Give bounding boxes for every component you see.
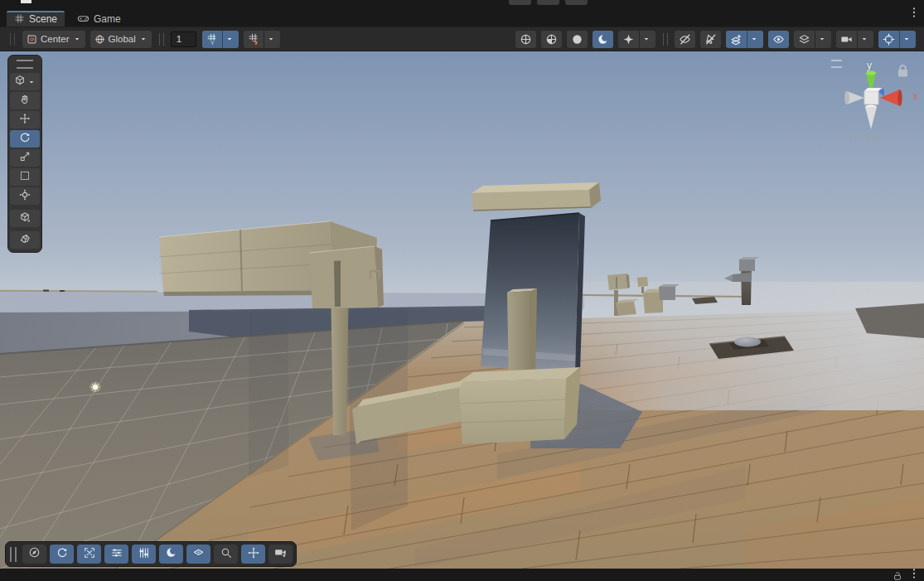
overlay-drag-handle[interactable]	[831, 60, 842, 68]
axis-x-label: x	[913, 90, 918, 102]
dropdown-caret[interactable]	[857, 31, 869, 48]
orientation-global-button[interactable]: Global	[90, 31, 152, 48]
circle-quadrant-icon	[545, 33, 558, 46]
eye-toggle-button[interactable]	[768, 31, 789, 48]
hand-icon	[19, 94, 31, 109]
custom-tool-button[interactable]	[10, 210, 40, 227]
tool-context-button[interactable]	[10, 73, 40, 90]
overlay-buttons	[22, 545, 293, 564]
base-box[interactable]	[458, 367, 581, 444]
view-tool-button[interactable]	[10, 92, 40, 109]
sphere-crosshair-button[interactable]	[515, 31, 536, 48]
scale-tool-button[interactable]	[10, 149, 40, 167]
toolbar-drag-handle[interactable]	[10, 33, 15, 46]
lock-icon[interactable]	[898, 65, 907, 77]
camera-view-button[interactable]	[836, 31, 873, 48]
sphere-solid-button[interactable]	[567, 31, 588, 48]
unlock-toggle[interactable]	[893, 569, 902, 581]
grid-snap-dropdown[interactable]	[222, 31, 235, 48]
crescent-overlay-button[interactable]	[159, 545, 183, 564]
tab-scene[interactable]: Scene	[7, 11, 65, 27]
overlay-drag-handle[interactable]	[17, 60, 33, 69]
grid-snap-button[interactable]: Y	[202, 31, 239, 48]
play-button[interactable]	[509, 0, 531, 5]
increment-snap-dropdown[interactable]	[264, 31, 276, 48]
mesh-tool-button[interactable]	[10, 231, 40, 249]
frame-overlay-button[interactable]	[77, 545, 101, 564]
move-overlay-button[interactable]	[241, 545, 265, 564]
orientation-label: Global	[109, 34, 136, 44]
status-strip	[0, 569, 924, 581]
grid-y-icon: Y	[206, 33, 218, 45]
gamepad-icon	[77, 12, 89, 25]
layers-button[interactable]	[794, 31, 831, 48]
axis-neg-x-cone[interactable]	[844, 91, 864, 104]
tab-scene-label: Scene	[29, 13, 57, 25]
chevron-down-icon	[139, 35, 148, 43]
scene-picking-off-button[interactable]	[700, 31, 721, 48]
grid-sliders-icon	[138, 547, 150, 562]
glass-column[interactable]	[249, 312, 288, 477]
pivot-center-icon	[27, 34, 37, 45]
moon-icon	[597, 33, 609, 46]
axis-neg-y-cone[interactable]	[865, 104, 877, 129]
floating-beam[interactable]	[472, 182, 601, 211]
rotate-icon	[56, 547, 68, 562]
kebab-icon	[908, 568, 920, 581]
gizmo-center-cube[interactable]	[864, 88, 882, 104]
moon-icon	[165, 546, 177, 562]
sky	[0, 51, 924, 318]
light-gizmo[interactable]	[90, 382, 101, 393]
center-post[interactable]	[507, 288, 537, 382]
tab-game[interactable]: Game	[70, 11, 128, 27]
effects-button[interactable]	[618, 31, 656, 48]
axis-y-label: y	[867, 60, 872, 71]
overlay-drag-handle[interactable]	[10, 547, 17, 562]
grid-icon	[14, 13, 25, 24]
particles-button[interactable]	[726, 31, 763, 48]
scale-icon	[19, 151, 31, 166]
unity-scene-window: Scene Game Center Global Y	[0, 0, 924, 581]
svg-text:Y: Y	[210, 40, 214, 45]
dropdown-caret[interactable]	[815, 31, 827, 48]
rect-tool-button[interactable]	[10, 168, 40, 186]
tab-game-label: Game	[94, 13, 121, 25]
status-menu-button[interactable]	[909, 569, 919, 580]
dropdown-caret[interactable]	[27, 78, 36, 86]
scene-visibility-off-button[interactable]	[675, 31, 695, 48]
shapes-overlay-button[interactable]	[186, 545, 210, 564]
step-button[interactable]	[565, 0, 588, 5]
tools-overlay	[7, 55, 42, 253]
scene-toolbar: Center Global Y	[0, 27, 924, 51]
tool-settings-overlay-button[interactable]	[104, 545, 128, 564]
dropdown-caret[interactable]	[747, 31, 759, 48]
tab-bar: Scene Game	[0, 0, 924, 27]
eye-icon	[772, 33, 785, 46]
projection-mode[interactable]: Persp	[844, 131, 881, 143]
camera-overlay-button[interactable]	[268, 545, 293, 564]
transform-tool-button[interactable]	[10, 187, 40, 205]
layers-icon	[798, 33, 810, 46]
chevron-down-icon	[73, 35, 81, 43]
rotate-tool-button[interactable]	[10, 130, 40, 148]
diamond-dot-icon	[192, 546, 205, 562]
move-tool-button[interactable]	[10, 111, 40, 128]
compass-overlay-button[interactable]	[22, 545, 46, 564]
scene-viewport[interactable]: y x	[0, 51, 924, 569]
grid-overlay-button[interactable]	[132, 545, 156, 564]
pause-button[interactable]	[537, 0, 559, 5]
gizmos-button[interactable]	[878, 31, 916, 48]
search-overlay-button[interactable]	[214, 545, 238, 564]
move-dots-icon	[248, 547, 259, 562]
cube-corner-icon	[19, 211, 31, 226]
crescent-toggle-button[interactable]	[593, 31, 613, 48]
scene-render[interactable]	[0, 51, 924, 569]
increment-snap-button[interactable]	[244, 31, 280, 48]
dropdown-caret[interactable]	[639, 31, 651, 48]
snap-increment-input[interactable]	[171, 31, 196, 47]
rotate-overlay-button[interactable]	[50, 545, 74, 564]
window-menu-button[interactable]	[908, 7, 920, 21]
pivot-center-button[interactable]: Center	[22, 31, 85, 48]
dropdown-caret[interactable]	[899, 31, 912, 48]
sphere-quadrant-button[interactable]	[541, 31, 562, 48]
